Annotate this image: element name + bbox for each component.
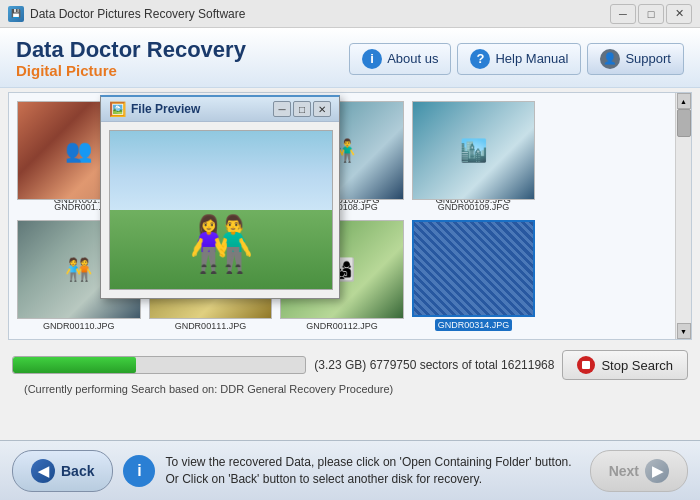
photo-cell-10-empty [543, 220, 667, 331]
dialog-title-left: 🖼️ File Preview [109, 101, 200, 117]
title-bar: 💾 Data Doctor Pictures Recovery Software… [0, 0, 700, 28]
help-manual-button[interactable]: ? Help Manual [457, 43, 581, 75]
photo-label-7: GNDR00111.JPG [175, 321, 247, 331]
about-us-button[interactable]: i About us [349, 43, 451, 75]
next-label: Next [609, 463, 639, 479]
scroll-down-arrow[interactable]: ▼ [677, 323, 691, 339]
app-title-area: Data Doctor Recovery Digital Picture [16, 38, 246, 79]
title-bar-controls: ─ □ ✕ [610, 4, 692, 24]
stop-search-label: Stop Search [601, 358, 673, 373]
minimize-button[interactable]: ─ [610, 4, 636, 24]
bottom-info-icon: i [123, 455, 155, 487]
scroll-thumb[interactable] [677, 109, 691, 137]
back-button[interactable]: ◀ Back [12, 450, 113, 492]
window-title: Data Doctor Pictures Recovery Software [30, 7, 245, 21]
progress-section: (3.23 GB) 6779750 sectors of total 16211… [0, 344, 700, 401]
help-icon: ? [470, 49, 490, 69]
photo-thumb-9[interactable] [412, 220, 536, 317]
dialog-controls: ─ □ ✕ [273, 101, 331, 117]
app-name: Data Doctor Recovery [16, 38, 246, 62]
photo-label-4: GNDR00109.JPG [438, 202, 510, 212]
stop-search-button[interactable]: Stop Search [562, 350, 688, 380]
app-subtitle: Digital Picture [16, 62, 246, 79]
photo-cell-5-empty [543, 101, 667, 212]
preview-image: 👫 [109, 130, 333, 290]
back-label: Back [61, 463, 94, 479]
preview-sky [110, 131, 332, 218]
stop-icon [577, 356, 595, 374]
info-icon: i [362, 49, 382, 69]
scroll-track [677, 109, 691, 323]
progress-bar-fill [13, 357, 136, 373]
dialog-minimize-button[interactable]: ─ [273, 101, 291, 117]
bottom-info-text: To view the recovered Data, please click… [165, 454, 579, 488]
scroll-up-arrow[interactable]: ▲ [677, 93, 691, 109]
preview-couple: 👫 [189, 219, 254, 271]
dialog-content: 👫 [101, 122, 339, 298]
app-header: Data Doctor Recovery Digital Picture i A… [0, 28, 700, 88]
maximize-button[interactable]: □ [638, 4, 664, 24]
progress-bar-container [12, 356, 306, 374]
dialog-icon: 🖼️ [109, 101, 126, 117]
photo-thumb-4[interactable]: 🏙️ [412, 101, 536, 200]
dialog-close-button[interactable]: ✕ [313, 101, 331, 117]
photo-cell-9[interactable]: GNDR00314.JPG [412, 220, 536, 331]
progress-text: (3.23 GB) 6779750 sectors of total 16211… [314, 358, 554, 372]
help-manual-label: Help Manual [495, 51, 568, 66]
photo-label-9: GNDR00314.JPG [435, 319, 513, 331]
file-preview-dialog: 🖼️ File Preview ─ □ ✕ 👫 [100, 95, 340, 299]
header-buttons: i About us ? Help Manual 👤 Support [349, 43, 684, 75]
support-label: Support [625, 51, 671, 66]
title-bar-left: 💾 Data Doctor Pictures Recovery Software [8, 6, 245, 22]
dialog-title: File Preview [131, 102, 200, 116]
next-button[interactable]: Next ▶ [590, 450, 688, 492]
photo-label-6: GNDR00110.JPG [43, 321, 115, 331]
support-button[interactable]: 👤 Support [587, 43, 684, 75]
preview-grass [110, 210, 332, 289]
dialog-restore-button[interactable]: □ [293, 101, 311, 117]
status-text: (Currently performing Search based on: D… [12, 383, 688, 395]
scrollbar[interactable]: ▲ ▼ [675, 93, 691, 339]
bottom-bar: ◀ Back i To view the recovered Data, ple… [0, 440, 700, 500]
dialog-title-bar: 🖼️ File Preview ─ □ ✕ [101, 97, 339, 122]
person-icon: 👤 [600, 49, 620, 69]
photo-cell-4[interactable]: 🏙️ GNDR00109.JPG [412, 101, 536, 212]
back-arrow-icon: ◀ [31, 459, 55, 483]
progress-row: (3.23 GB) 6779750 sectors of total 16211… [12, 350, 688, 380]
app-icon: 💾 [8, 6, 24, 22]
photo-label-8: GNDR00112.JPG [306, 321, 378, 331]
stop-icon-inner [582, 361, 590, 369]
next-arrow-icon: ▶ [645, 459, 669, 483]
close-button[interactable]: ✕ [666, 4, 692, 24]
photo-label-1: GNDR001... [54, 202, 103, 212]
about-us-label: About us [387, 51, 438, 66]
